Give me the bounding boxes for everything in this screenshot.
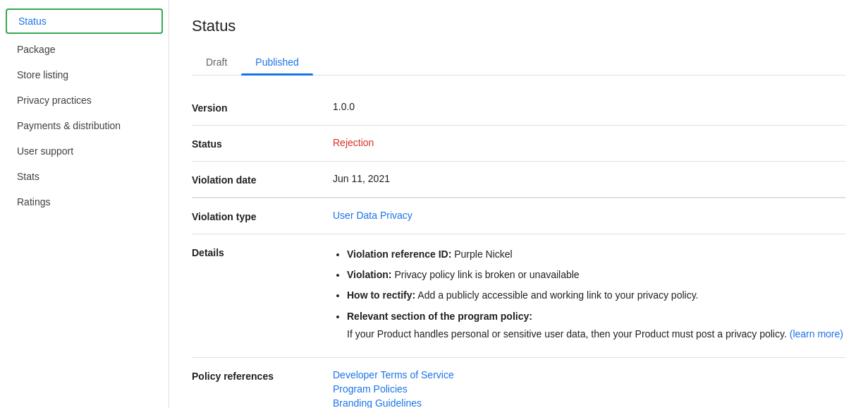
detail-prefix-2: How to rectify: [347, 289, 415, 301]
policy-references-row: Policy references Developer Terms of Ser… [192, 358, 845, 408]
status-label: Status [192, 137, 333, 150]
sidebar-item-privacy-practices[interactable]: Privacy practices [0, 88, 163, 113]
details-row: Details Violation reference ID: Purple N… [192, 234, 845, 358]
detail-item-2: How to rectify: Add a publicly accessibl… [347, 287, 845, 304]
status-row: Status Rejection [192, 126, 845, 162]
sidebar-item-payments[interactable]: Payments & distribution [0, 113, 163, 138]
detail-text-0: Purple Nickel [454, 248, 512, 260]
tab-draft[interactable]: Draft [192, 49, 241, 75]
sidebar: Status Package Store listing Privacy pra… [0, 0, 169, 408]
details-label: Details [192, 246, 333, 258]
version-row: Version 1.0.0 [192, 90, 845, 126]
sidebar-item-ratings[interactable]: Ratings [0, 189, 163, 215]
sidebar-item-status[interactable]: Status [6, 8, 163, 34]
learn-more-link[interactable]: (learn more) [790, 328, 843, 340]
detail-item-1: Violation: Privacy policy link is broken… [347, 266, 845, 284]
detail-item-3: Relevant section of the program policy: … [347, 308, 845, 343]
policy-references-value: Developer Terms of Service Program Polic… [333, 369, 845, 408]
detail-text-1: Privacy policy link is broken or unavail… [394, 269, 579, 280]
detail-prefix-0: Violation reference ID: [347, 248, 451, 260]
violation-type-value: User Data Privacy [333, 210, 845, 221]
detail-text-2: Add a publicly accessible and working li… [417, 289, 698, 301]
violation-type-link[interactable]: User Data Privacy [333, 210, 412, 221]
version-label: Version [192, 101, 333, 114]
details-list: Violation reference ID: Purple Nickel Vi… [333, 246, 845, 343]
main-content: Status Draft Published Version 1.0.0 Sta… [169, 0, 868, 408]
violation-date-value: Jun 11, 2021 [333, 173, 845, 184]
sidebar-item-package[interactable]: Package [0, 37, 163, 62]
status-value: Rejection [333, 137, 845, 148]
sidebar-item-store-listing[interactable]: Store listing [0, 62, 163, 88]
violation-date-row: Violation date Jun 11, 2021 [192, 162, 845, 198]
details-value: Violation reference ID: Purple Nickel Vi… [333, 246, 845, 346]
tab-published[interactable]: Published [241, 49, 313, 75]
content-section: Version 1.0.0 Status Rejection Violation… [192, 76, 845, 408]
policy-ref-link-0[interactable]: Developer Terms of Service [333, 369, 845, 380]
detail-prefix-1: Violation: [347, 269, 392, 280]
violation-type-label: Violation type [192, 210, 333, 222]
detail-item-0: Violation reference ID: Purple Nickel [347, 246, 845, 263]
policy-ref-link-2[interactable]: Branding Guidelines [333, 397, 845, 408]
policy-ref-link-1[interactable]: Program Policies [333, 383, 845, 395]
tabs: Draft Published [192, 49, 845, 76]
version-value: 1.0.0 [333, 101, 845, 112]
violation-date-label: Violation date [192, 173, 333, 186]
page-title: Status [192, 17, 845, 35]
detail-prefix-3: Relevant section of the program policy: [347, 311, 532, 322]
policy-refs-list: Developer Terms of Service Program Polic… [333, 369, 845, 408]
policy-text: If your Product handles personal or sens… [347, 328, 790, 340]
violation-type-row: Violation type User Data Privacy [192, 198, 845, 234]
sidebar-item-stats[interactable]: Stats [0, 164, 163, 189]
policy-references-label: Policy references [192, 369, 333, 382]
sidebar-item-user-support[interactable]: User support [0, 138, 163, 164]
